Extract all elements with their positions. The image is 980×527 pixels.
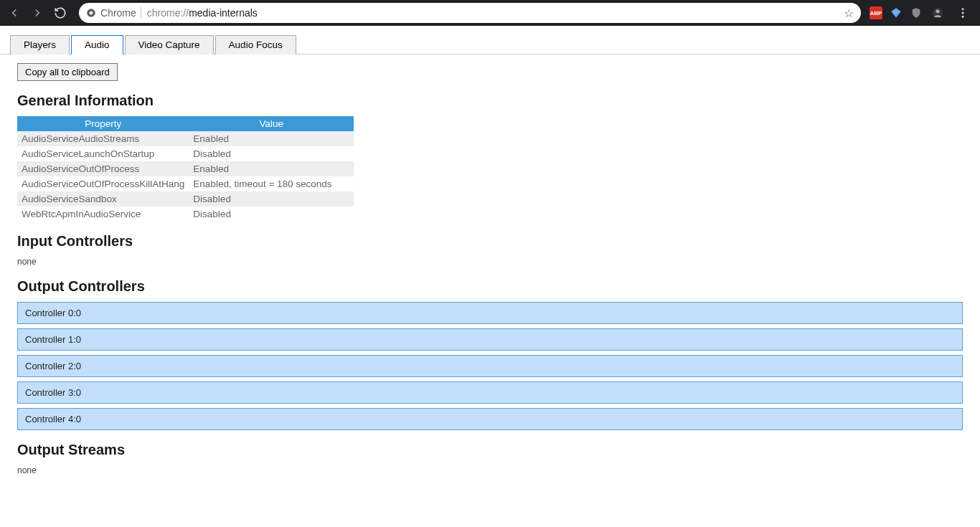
extension-icons: ABP — [870, 3, 976, 23]
table-header-property: Property — [17, 116, 189, 131]
svg-point-1 — [90, 11, 93, 15]
cell-property: AudioServiceLaunchOnStartup — [17, 146, 189, 161]
cell-property: AudioServiceOutOfProcess — [17, 161, 189, 176]
heading-general-information: General Information — [17, 92, 963, 109]
tab-video-capture[interactable]: Video Capture — [125, 35, 214, 54]
table-header-value: Value — [189, 116, 354, 131]
output-streams-none: none — [17, 465, 963, 475]
tab-strip: Players Audio Video Capture Audio Focus — [0, 26, 980, 54]
abp-extension-icon[interactable]: ABP — [870, 6, 882, 19]
chrome-menu-button[interactable] — [953, 3, 973, 23]
forward-button[interactable] — [27, 3, 47, 23]
output-controller-item[interactable]: Controller 3:0 — [17, 381, 963, 404]
table-row: AudioServiceOutOfProcessKillAtHangEnable… — [17, 176, 354, 191]
svg-point-5 — [962, 12, 964, 14]
extension-icon-shield[interactable] — [910, 6, 923, 19]
svg-point-4 — [962, 8, 964, 10]
bookmark-star-icon[interactable]: ☆ — [844, 6, 854, 20]
heading-output-controllers: Output Controllers — [17, 278, 963, 295]
cell-value: Disabled — [189, 206, 354, 222]
tab-players[interactable]: Players — [10, 35, 70, 54]
cell-value: Enabled — [189, 131, 354, 146]
browser-toolbar: Chrome chrome://media-internals ☆ ABP — [0, 0, 980, 26]
cell-property: AudioServiceSandbox — [17, 191, 189, 206]
input-controllers-none: none — [17, 257, 963, 267]
site-chip-label: Chrome — [100, 7, 136, 19]
output-controller-item[interactable]: Controller 4:0 — [17, 408, 963, 430]
cell-property: AudioServiceAudioStreams — [17, 131, 189, 146]
cell-value: Enabled, timeout = 180 seconds — [189, 176, 354, 191]
main-content: Copy all to clipboard General Informatio… — [0, 54, 980, 484]
table-row: AudioServiceLaunchOnStartupDisabled — [17, 146, 354, 161]
output-controller-item[interactable]: Controller 0:0 — [17, 302, 963, 324]
back-button[interactable] — [4, 3, 24, 23]
table-row: AudioServiceOutOfProcessEnabled — [17, 161, 354, 176]
svg-point-3 — [936, 9, 939, 13]
table-row: AudioServiceAudioStreamsEnabled — [17, 131, 354, 146]
svg-point-6 — [962, 16, 964, 18]
cell-value: Disabled — [189, 146, 354, 161]
output-controller-item[interactable]: Controller 1:0 — [17, 328, 963, 351]
profile-avatar[interactable] — [930, 5, 946, 21]
reload-button[interactable] — [50, 3, 70, 23]
table-row: WebRtcApmInAudioServiceDisabled — [17, 206, 354, 222]
general-info-table: Property Value AudioServiceAudioStreamsE… — [17, 116, 354, 222]
cell-property: AudioServiceOutOfProcessKillAtHang — [17, 176, 189, 191]
site-chip: Chrome — [86, 7, 141, 19]
table-row: AudioServiceSandboxDisabled — [17, 191, 354, 206]
output-controller-item[interactable]: Controller 2:0 — [17, 355, 963, 377]
cell-property: WebRtcApmInAudioService — [17, 206, 189, 222]
output-controller-list: Controller 0:0Controller 1:0Controller 2… — [17, 302, 963, 430]
extension-icon-gem[interactable] — [890, 6, 903, 19]
cell-value: Enabled — [189, 161, 354, 176]
tab-audio[interactable]: Audio — [71, 35, 123, 54]
copy-all-button[interactable]: Copy all to clipboard — [17, 63, 118, 81]
cell-value: Disabled — [189, 191, 354, 206]
heading-input-controllers: Input Controllers — [17, 233, 963, 250]
tab-audio-focus[interactable]: Audio Focus — [215, 35, 296, 54]
address-bar[interactable]: Chrome chrome://media-internals ☆ — [79, 3, 861, 23]
url-text: chrome://media-internals — [147, 7, 838, 19]
heading-output-streams: Output Streams — [17, 442, 963, 458]
